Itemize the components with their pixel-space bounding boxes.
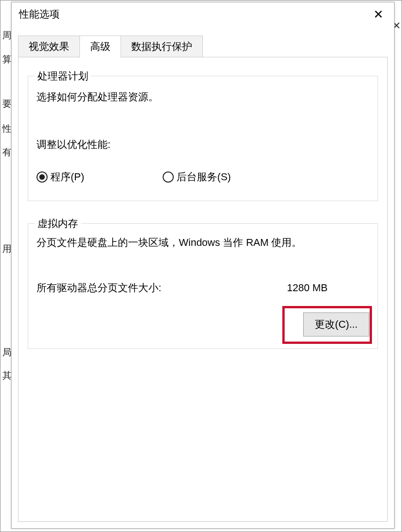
close-icon[interactable]: ✕ — [368, 4, 389, 24]
button-wrap: 更改(C)... — [37, 312, 369, 336]
bg-fragment: 其 — [2, 369, 12, 382]
radio-background-services[interactable]: 后台服务(S) — [163, 170, 231, 184]
processor-scheduling-group: 处理器计划 选择如何分配处理器资源。 调整以优化性能: 程序(P) 后台服务(S… — [28, 76, 378, 201]
radio-background-label: 后台服务(S) — [177, 170, 231, 184]
paging-file-label: 所有驱动器总分页文件大小: — [37, 281, 161, 295]
tab-advanced[interactable]: 高级 — [79, 36, 121, 58]
change-button[interactable]: 更改(C)... — [303, 312, 369, 336]
adjust-for-label: 调整以优化性能: — [37, 138, 369, 152]
tab-dep[interactable]: 数据执行保护 — [121, 36, 203, 57]
radio-row: 程序(P) 后台服务(S) — [37, 170, 369, 184]
tab-border — [18, 57, 388, 57]
processor-legend: 处理器计划 — [35, 69, 91, 83]
processor-desc: 选择如何分配处理器资源。 — [37, 88, 369, 105]
tab-visual-effects[interactable]: 视觉效果 — [18, 36, 80, 57]
bg-fragment: 性 — [2, 122, 12, 135]
radio-programs[interactable]: 程序(P) — [37, 170, 84, 184]
bg-fragment: 周 — [2, 29, 12, 42]
performance-options-dialog: 性能选项 ✕ 视觉效果 高级 数据执行保护 处理器计划 选择如何分配处理器资源。… — [11, 2, 395, 529]
dialog-title: 性能选项 — [19, 7, 60, 21]
bg-fragment: 要 — [2, 98, 12, 110]
virtual-memory-legend: 虚拟内存 — [35, 217, 81, 231]
bg-fragment: 有 — [2, 146, 12, 159]
bg-fragment: 用 — [2, 243, 12, 255]
bg-fragment: 局 — [2, 346, 12, 359]
paging-file-row: 所有驱动器总分页文件大小: 1280 MB — [37, 281, 369, 295]
radio-icon — [163, 171, 174, 183]
virtual-memory-desc: 分页文件是硬盘上的一块区域，Windows 当作 RAM 使用。 — [37, 234, 369, 251]
bg-fragment: 算 — [2, 53, 12, 66]
title-bar: 性能选项 ✕ — [12, 2, 394, 24]
radio-programs-label: 程序(P) — [50, 170, 84, 184]
paging-file-value: 1280 MB — [287, 282, 328, 294]
tab-content-advanced: 处理器计划 选择如何分配处理器资源。 调整以优化性能: 程序(P) 后台服务(S… — [18, 57, 388, 522]
tab-strip: 视觉效果 高级 数据执行保护 — [12, 36, 394, 57]
virtual-memory-group: 虚拟内存 分页文件是硬盘上的一块区域，Windows 当作 RAM 使用。 所有… — [28, 223, 378, 349]
radio-icon — [37, 171, 48, 183]
